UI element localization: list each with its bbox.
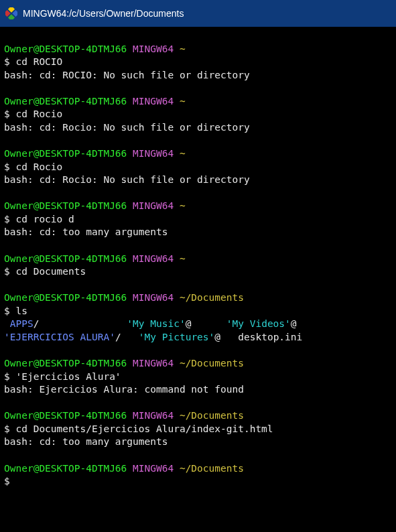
prompt-line: Owner@DESKTOP-4DTMJ66 MINGW64 ~/Document… bbox=[4, 409, 392, 423]
prompt-symbol: $ bbox=[4, 214, 15, 224]
svg-rect-2 bbox=[5, 10, 11, 17]
prompt-symbol: $ bbox=[4, 476, 15, 486]
window-title: MINGW64:/c/Users/Owner/Documents bbox=[23, 8, 184, 19]
prompt-path: ~ bbox=[180, 200, 186, 211]
prompt-line: Owner@DESKTOP-4DTMJ66 MINGW64 ~ bbox=[4, 147, 392, 161]
symlink-entry: 'My Pictures' bbox=[139, 332, 215, 342]
command-text: ls bbox=[15, 306, 27, 316]
file-entry: desktop.ini bbox=[238, 332, 302, 342]
prompt-path: ~ bbox=[180, 44, 186, 54]
prompt-env: MINGW64 bbox=[133, 200, 174, 211]
dir-entry: APPS bbox=[4, 318, 34, 329]
prompt-env: MINGW64 bbox=[133, 292, 174, 303]
prompt-path: ~/Documents bbox=[180, 410, 244, 421]
app-icon bbox=[5, 7, 17, 19]
prompt-symbol: $ bbox=[4, 306, 15, 316]
prompt-env: MINGW64 bbox=[133, 463, 174, 474]
ls-output-row: 'EJERRCICIOS ALURA'/ 'My Pictures'@ desk… bbox=[4, 331, 392, 344]
output-line: bash: cd: too many arguments bbox=[4, 436, 392, 449]
prompt-path: ~ bbox=[180, 253, 186, 264]
prompt-path: ~/Documents bbox=[180, 463, 244, 474]
prompt-path: ~ bbox=[180, 148, 186, 159]
command-text: cd ROCIO bbox=[15, 56, 62, 67]
prompt-line: Owner@DESKTOP-4DTMJ66 MINGW64 ~ bbox=[4, 253, 392, 266]
command-line: $ cd Rocio bbox=[4, 161, 392, 174]
prompt-line: Owner@DESKTOP-4DTMJ66 MINGW64 ~/Document… bbox=[4, 291, 392, 305]
prompt-line: Owner@DESKTOP-4DTMJ66 MINGW64 ~ bbox=[4, 95, 392, 109]
prompt-line: Owner@DESKTOP-4DTMJ66 MINGW64 ~ bbox=[4, 43, 392, 56]
blank-line bbox=[4, 449, 392, 462]
prompt-symbol: $ bbox=[4, 266, 15, 277]
prompt-line: Owner@DESKTOP-4DTMJ66 MINGW64 ~/Document… bbox=[4, 357, 392, 371]
prompt-symbol: $ bbox=[4, 371, 15, 382]
output-line: bash: cd: Rocio: No such file or directo… bbox=[4, 174, 392, 187]
command-text: cd rocio d bbox=[15, 214, 74, 224]
prompt-env: MINGW64 bbox=[133, 148, 174, 159]
prompt-user: Owner@DESKTOP-4DTMJ66 bbox=[4, 44, 127, 54]
prompt-env: MINGW64 bbox=[133, 358, 174, 369]
blank-line bbox=[4, 279, 392, 292]
prompt-symbol: $ bbox=[4, 423, 15, 434]
window-titlebar[interactable]: MINGW64:/c/Users/Owner/Documents bbox=[0, 0, 396, 27]
command-line: $ cd ROCIO bbox=[4, 56, 392, 69]
blank-line bbox=[4, 239, 392, 253]
command-line: $ bbox=[4, 475, 392, 488]
command-line: $ ls bbox=[4, 305, 392, 318]
prompt-path: ~/Documents bbox=[180, 358, 244, 369]
prompt-user: Owner@DESKTOP-4DTMJ66 bbox=[4, 358, 127, 369]
prompt-symbol: $ bbox=[4, 161, 15, 172]
blank-line bbox=[4, 187, 392, 200]
prompt-user: Owner@DESKTOP-4DTMJ66 bbox=[4, 463, 127, 474]
output-line: bash: cd: ROCIO: No such file or directo… bbox=[4, 69, 392, 82]
ls-output-row: APPS/ 'My Music'@ 'My Videos'@ bbox=[4, 318, 392, 331]
command-line: $ 'Ejercicios Alura' bbox=[4, 371, 392, 384]
prompt-symbol: $ bbox=[4, 56, 15, 67]
terminal-area[interactable]: Owner@DESKTOP-4DTMJ66 MINGW64 ~$ cd ROCI… bbox=[0, 27, 396, 491]
prompt-symbol: $ bbox=[4, 109, 15, 119]
prompt-env: MINGW64 bbox=[133, 410, 174, 421]
dir-entry: 'EJERRCICIOS ALURA' bbox=[4, 332, 115, 342]
command-line: $ cd rocio d bbox=[4, 213, 392, 226]
svg-rect-0 bbox=[8, 7, 15, 13]
prompt-user: Owner@DESKTOP-4DTMJ66 bbox=[4, 96, 127, 107]
prompt-line: Owner@DESKTOP-4DTMJ66 MINGW64 ~/Document… bbox=[4, 462, 392, 476]
prompt-env: MINGW64 bbox=[133, 44, 174, 54]
output-line: bash: Ejercicios Alura: command not foun… bbox=[4, 383, 392, 397]
symlink-entry: 'My Videos' bbox=[226, 318, 291, 329]
output-line: bash: cd: too many arguments bbox=[4, 226, 392, 239]
command-text: cd Documents/Ejercicios Alura/index-git.… bbox=[15, 423, 273, 434]
command-line: $ cd Rocio bbox=[4, 108, 392, 121]
prompt-user: Owner@DESKTOP-4DTMJ66 bbox=[4, 410, 127, 421]
blank-line bbox=[4, 135, 392, 148]
prompt-path: ~/Documents bbox=[180, 292, 244, 303]
symlink-entry: 'My Music' bbox=[127, 318, 185, 329]
command-line: $ cd Documents bbox=[4, 265, 392, 279]
output-line: bash: cd: Rocio: No such file or directo… bbox=[4, 121, 392, 135]
svg-rect-3 bbox=[8, 14, 15, 19]
svg-rect-1 bbox=[12, 10, 17, 17]
command-line: $ cd Documents/Ejercicios Alura/index-gi… bbox=[4, 423, 392, 436]
prompt-path: ~ bbox=[180, 96, 186, 107]
blank-line bbox=[4, 29, 392, 43]
prompt-line: Owner@DESKTOP-4DTMJ66 MINGW64 ~ bbox=[4, 200, 392, 213]
prompt-user: Owner@DESKTOP-4DTMJ66 bbox=[4, 148, 127, 159]
prompt-user: Owner@DESKTOP-4DTMJ66 bbox=[4, 253, 127, 264]
prompt-user: Owner@DESKTOP-4DTMJ66 bbox=[4, 200, 127, 211]
blank-line bbox=[4, 344, 392, 358]
blank-line bbox=[4, 397, 392, 410]
command-text: cd Documents bbox=[15, 266, 86, 277]
blank-line bbox=[4, 82, 392, 95]
command-text: 'Ejercicios Alura' bbox=[15, 371, 121, 382]
command-text: cd Rocio bbox=[15, 161, 62, 172]
command-text: cd Rocio bbox=[15, 109, 62, 119]
prompt-user: Owner@DESKTOP-4DTMJ66 bbox=[4, 292, 127, 303]
prompt-env: MINGW64 bbox=[133, 253, 174, 264]
prompt-env: MINGW64 bbox=[133, 96, 174, 107]
